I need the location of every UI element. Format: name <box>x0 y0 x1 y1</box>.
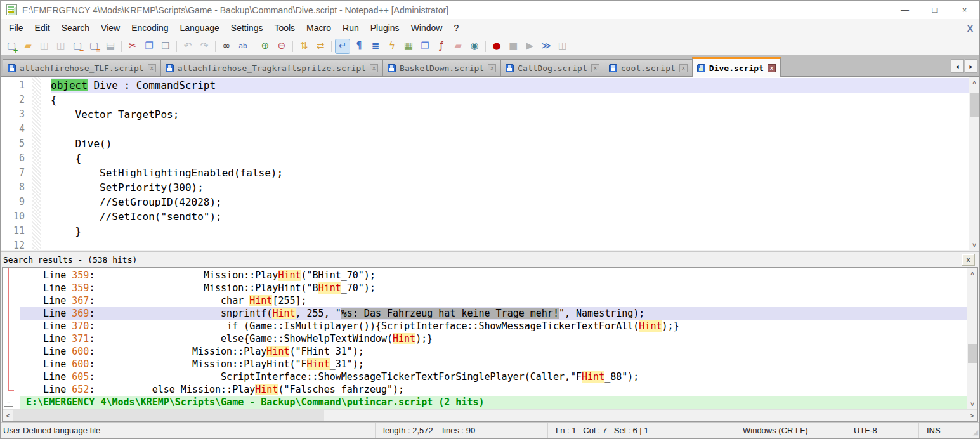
scroll-up-icon[interactable]: ˄ <box>969 77 979 88</box>
menu-item-view[interactable]: View <box>95 19 126 37</box>
document-list-button[interactable]: ❒ <box>417 39 433 54</box>
find-icon: ∞ <box>223 41 231 51</box>
resize-grip-icon[interactable]: ◢ <box>973 428 978 436</box>
tab-label: Dive.script <box>709 63 764 73</box>
tab-Dive-script[interactable]: Dive.scriptx <box>692 57 781 77</box>
tab-scroll-right-button[interactable]: ▸ <box>965 59 977 73</box>
macro-save-button[interactable]: ◫ <box>555 39 570 54</box>
sync-vertical-scroll-button[interactable]: ⇅ <box>296 39 311 54</box>
result-text: ", Namestring); <box>559 308 644 319</box>
tab-close-icon[interactable]: x <box>768 64 776 72</box>
code-line: SetHighlightingEnabled(false); <box>51 166 969 180</box>
tab-close-icon[interactable]: x <box>370 64 378 72</box>
document-close-icon[interactable]: X <box>967 23 973 34</box>
show-all-characters-button[interactable]: ¶ <box>351 39 367 54</box>
menu-item-edit[interactable]: Edit <box>29 19 56 37</box>
function-list-button[interactable]: ƒ <box>434 39 449 54</box>
menu-item-language[interactable]: Language <box>174 19 225 37</box>
search-results-close-button[interactable]: x <box>962 254 974 265</box>
menu-item-file[interactable]: File <box>3 19 29 37</box>
folder-as-workspace-button[interactable]: ▰ <box>450 39 466 54</box>
search-result-row[interactable]: Line 600: Mission::PlayHint("FHint_31"); <box>20 358 967 370</box>
print-button[interactable]: ▤ <box>103 39 118 54</box>
menu-item-window[interactable]: Window <box>405 19 448 37</box>
user-defined-dialog-button[interactable]: ϟ <box>384 39 400 54</box>
search-result-row[interactable]: Line 600: Mission::PlayHint("FHint_31"); <box>20 345 967 358</box>
monitoring-button[interactable]: ◉ <box>467 39 482 54</box>
tab-close-icon[interactable]: x <box>679 64 688 72</box>
zoom-out-button[interactable]: ⊖ <box>274 39 289 54</box>
undo-button[interactable]: ↶ <box>180 39 195 54</box>
menu-item-macro[interactable]: Macro <box>301 19 337 37</box>
close-all-button[interactable]: ▢= <box>86 39 101 54</box>
zoom-in-button[interactable]: ⊕ <box>258 39 273 54</box>
search-scrollbar-thumb[interactable] <box>968 344 977 363</box>
new-file-button[interactable]: ▢+ <box>4 39 19 54</box>
scroll-down-icon[interactable]: ˅ <box>969 239 979 250</box>
scroll-left-icon[interactable]: ˂ <box>3 410 13 421</box>
search-result-row[interactable]: Line 605: ScriptInterface::ShowMessageTi… <box>20 370 967 383</box>
menu-item-tools[interactable]: Tools <box>268 19 301 37</box>
search-result-row[interactable]: Line 370: if (Game::IsMultiplayer()){Scr… <box>20 320 967 332</box>
maximize-button[interactable]: □ <box>920 1 950 19</box>
menu-item-help[interactable]: ? <box>448 19 464 37</box>
close-button[interactable]: × <box>950 1 979 19</box>
search-result-row[interactable]: Line 359: Mission::PlayHint("BHint_70"); <box>20 282 967 294</box>
scroll-up-icon[interactable]: ˄ <box>967 268 977 278</box>
sync-horizontal-scroll-button[interactable]: ⇄ <box>313 39 328 54</box>
menu-item-plugins[interactable]: Plugins <box>365 19 405 37</box>
save-button[interactable]: ◫ <box>37 39 52 54</box>
search-result-row[interactable]: Line 369: snprintf(Hint, 255, "%s: Das F… <box>20 307 967 320</box>
tab-close-icon[interactable]: x <box>488 64 496 72</box>
macro-play-button[interactable]: ▶ <box>522 39 537 54</box>
paste-button[interactable]: ❑ <box>158 39 173 54</box>
search-result-row[interactable]: Line 367: char Hint[255]; <box>20 294 967 307</box>
minimize-button[interactable]: — <box>890 1 920 19</box>
fold-margin[interactable] <box>41 77 51 250</box>
redo-button[interactable]: ↷ <box>197 39 212 54</box>
search-hscrollbar-thumb[interactable] <box>13 410 324 421</box>
bookmark-margin[interactable] <box>32 77 41 250</box>
code-area[interactable]: object Dive : CommandScript{ Vector Targ… <box>51 77 969 250</box>
macro-record-button[interactable]: ● <box>489 39 504 54</box>
editor-pane[interactable]: 123456789101112 object Dive : CommandScr… <box>1 77 979 250</box>
find-button[interactable]: ∞ <box>219 39 234 54</box>
cut-button[interactable]: ✂ <box>125 39 140 54</box>
copy-button[interactable]: ❐ <box>141 39 157 54</box>
search-result-row[interactable]: Line 359: Mission::PlayHint("BHint_70"); <box>20 269 967 282</box>
editor-vertical-scrollbar[interactable]: ˄ ˅ <box>969 77 979 250</box>
menu-item-encoding[interactable]: Encoding <box>126 19 174 37</box>
search-result-file-row[interactable]: E:\EMERGENCY 4\Mods\KREMP\Scripts\Game -… <box>20 396 967 409</box>
editor-scrollbar-thumb[interactable] <box>970 93 979 117</box>
code-line <box>51 239 969 250</box>
document-map-button[interactable]: ▦ <box>401 39 416 54</box>
open-file-button[interactable]: ▰ <box>20 39 36 54</box>
tab-attachfirehose_Tragkraftspritze-script[interactable]: attachfirehose_Tragkraftspritze.scriptx <box>160 59 383 76</box>
search-result-row[interactable]: Line 652: else Mission::PlayHint("Falsch… <box>20 383 967 396</box>
search-vertical-scrollbar[interactable]: ˄ ˅ <box>967 268 977 409</box>
menu-item-run[interactable]: Run <box>337 19 365 37</box>
close-button[interactable]: ▢− <box>70 39 85 54</box>
tab-close-icon[interactable]: x <box>148 64 156 72</box>
code-text: //SetIcon("sendto"); <box>51 211 222 223</box>
scroll-right-icon[interactable]: ˃ <box>967 410 977 421</box>
fold-collapse-icon[interactable]: − <box>4 398 13 407</box>
search-horizontal-scrollbar[interactable]: ˂ ˃ <box>3 409 977 421</box>
tab-close-icon[interactable]: x <box>591 64 599 72</box>
tab-cool-script[interactable]: cool.scriptx <box>604 59 693 76</box>
replace-button[interactable]: ab <box>235 39 251 54</box>
tab-attachfirehose_TLF-script[interactable]: attachfirehose_TLF.scriptx <box>3 59 161 76</box>
word-wrap-button[interactable]: ↵ <box>335 39 350 54</box>
macro-stop-button[interactable]: ■ <box>506 39 521 54</box>
menu-item-settings[interactable]: Settings <box>225 19 269 37</box>
save-all-button[interactable]: ◫ <box>53 39 69 54</box>
scroll-down-icon[interactable]: ˅ <box>967 398 977 409</box>
search-result-row[interactable]: Line 371: else{Game::ShowHelpTextWindow(… <box>20 332 967 345</box>
show-indent-guide-button[interactable]: ≣ <box>368 39 383 54</box>
menu-item-search[interactable]: Search <box>56 19 95 37</box>
macro-run-multiple-button[interactable]: ≫ <box>539 39 554 54</box>
zoom-in-icon: ⊕ <box>261 41 270 51</box>
tab-BasketDown-script[interactable]: BasketDown.scriptx <box>382 59 501 76</box>
tab-scroll-left-button[interactable]: ◂ <box>951 59 964 73</box>
tab-CallDog-script[interactable]: CallDog.scriptx <box>500 59 604 76</box>
